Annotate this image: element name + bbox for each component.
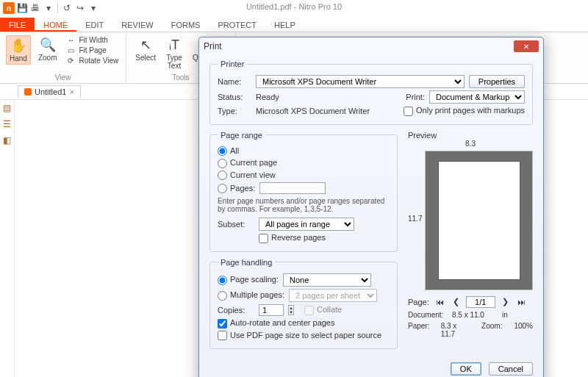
multiple-pages-radio[interactable]: Multiple pages: xyxy=(218,290,284,301)
group-view-label: View xyxy=(55,72,71,82)
spinner-icon[interactable]: ▲▼ xyxy=(288,305,294,315)
fit-page-label: Fit Page xyxy=(79,46,106,54)
properties-button[interactable]: Properties xyxy=(469,75,525,88)
zoom-value: 100% xyxy=(514,322,533,338)
qat-dropdown-icon[interactable]: ▾ xyxy=(43,2,54,14)
status-label: Status: xyxy=(218,93,251,101)
redo-icon[interactable]: ↪ xyxy=(74,2,86,14)
tab-forms[interactable]: FORMS xyxy=(162,18,209,32)
doc-size-label: Document: xyxy=(408,311,448,319)
bookmarks-panel-icon[interactable]: ☰ xyxy=(3,119,11,129)
type-text-button[interactable]: ᵢTType Text xyxy=(163,35,185,71)
tab-file[interactable]: FILE xyxy=(0,18,35,32)
group-tools-label: Tools xyxy=(172,72,189,82)
zoom-label: Zoom xyxy=(38,54,57,62)
document-icon xyxy=(24,88,32,96)
separator xyxy=(57,3,58,13)
first-page-icon[interactable]: ⏮ xyxy=(434,298,446,306)
page-scaling-radio[interactable]: Page scaling: xyxy=(218,275,279,285)
tab-review[interactable]: REVIEW xyxy=(112,18,162,32)
multiple-select: 2 pages per sheet xyxy=(289,289,377,302)
only-markups-checkbox[interactable]: Only print pages with markups xyxy=(404,106,525,116)
ok-button[interactable]: OK xyxy=(451,362,481,376)
dialog-title: Print xyxy=(204,41,222,51)
page-range-fieldset: Page range All Current page Current view… xyxy=(209,131,398,252)
pages-panel-icon[interactable]: ▤ xyxy=(3,103,11,113)
status-value: Ready xyxy=(256,93,401,101)
zoom-button[interactable]: 🔍 Zoom xyxy=(35,35,60,63)
copies-label: Copies: xyxy=(218,306,254,315)
autorotate-checkbox[interactable]: Auto-rotate and center pages xyxy=(218,318,334,328)
printer-fieldset: Printer Name: Microsoft XPS Document Wri… xyxy=(209,60,533,125)
printer-legend: Printer xyxy=(218,60,247,68)
print-label: Print: xyxy=(406,93,425,101)
tab-home[interactable]: HOME xyxy=(35,18,76,32)
scaling-select[interactable]: None xyxy=(283,273,371,287)
range-current-view-radio[interactable]: Current view xyxy=(218,170,276,181)
close-icon[interactable]: ✕ xyxy=(514,40,539,52)
zoom-icon: 🔍 xyxy=(40,37,56,53)
range-note: Enter page numbers and/or page ranges se… xyxy=(218,197,390,213)
preview-page xyxy=(439,162,520,279)
page-indicator-input[interactable] xyxy=(466,296,495,308)
printer-name-select[interactable]: Microsoft XPS Document Writer xyxy=(256,75,465,88)
rotate-view-button[interactable]: ⟳Rotate View xyxy=(64,56,120,65)
preview-legend: Preview xyxy=(408,131,533,140)
left-panel: ▤ ☰ ◧ xyxy=(0,100,15,377)
last-page-icon[interactable]: ⏭ xyxy=(515,298,528,306)
copies-input[interactable] xyxy=(259,304,284,316)
select-label: Select xyxy=(135,54,156,62)
subset-label: Subset: xyxy=(218,220,254,229)
range-legend: Page range xyxy=(218,131,265,140)
collate-checkbox: Collate xyxy=(304,305,342,315)
save-icon[interactable]: 💾 xyxy=(16,2,28,14)
dialog-titlebar[interactable]: Print ✕ xyxy=(199,37,543,55)
fit-page-icon: ▭ xyxy=(65,46,76,54)
fit-width-button[interactable]: ↔Fit Width xyxy=(64,35,120,45)
pages-input[interactable] xyxy=(259,182,326,194)
range-current-page-radio[interactable]: Current page xyxy=(218,158,277,168)
select-button[interactable]: ↖Select xyxy=(132,35,159,63)
print-preview xyxy=(425,151,533,290)
tab-help[interactable]: HELP xyxy=(265,18,304,32)
next-page-icon[interactable]: ❯ xyxy=(500,297,511,306)
subset-select[interactable]: All pages in range xyxy=(259,218,354,231)
name-label: Name: xyxy=(218,77,251,86)
page-handling-fieldset: Page handling Page scaling:None Multiple… xyxy=(209,258,398,349)
undo-icon[interactable]: ↺ xyxy=(61,2,73,14)
type-label: Type: xyxy=(218,107,251,115)
tab-protect[interactable]: PROTECT xyxy=(209,18,265,32)
doc-size-value: 8.5 x 11.0 xyxy=(452,311,484,319)
print-icon[interactable]: 🖶 xyxy=(29,2,41,14)
range-all-radio[interactable]: All xyxy=(218,146,239,157)
zoom-label: Zoom: xyxy=(481,322,502,338)
rotate-view-label: Rotate View xyxy=(79,57,118,65)
preview-height: 11.7 xyxy=(408,215,422,223)
type-value: Microsoft XPS Document Writer xyxy=(256,107,399,115)
paper-size-label: Paper: xyxy=(408,322,437,338)
document-name: Untitled1 xyxy=(35,87,66,96)
use-pdf-size-checkbox[interactable]: Use PDF page size to select paper source xyxy=(218,331,381,341)
rotate-icon: ⟳ xyxy=(65,57,76,65)
paper-size-value: 8.3 x 11.7 xyxy=(441,322,464,338)
select-icon: ↖ xyxy=(137,37,154,53)
close-document-icon[interactable]: × xyxy=(69,87,74,96)
qat-more-icon[interactable]: ▾ xyxy=(87,2,99,14)
doc-unit: in xyxy=(502,311,508,319)
print-what-select[interactable]: Document & Markups xyxy=(429,90,525,104)
document-tab[interactable]: Untitled1 × xyxy=(18,85,81,98)
hand-tool-button[interactable]: ✋ Hand xyxy=(6,35,31,65)
range-pages-radio[interactable]: Pages: xyxy=(218,184,255,194)
hand-label: Hand xyxy=(10,54,27,62)
cancel-button[interactable]: Cancel xyxy=(489,362,533,376)
fit-page-button[interactable]: ▭Fit Page xyxy=(64,46,120,55)
tab-edit[interactable]: EDIT xyxy=(76,18,112,32)
reverse-pages-checkbox[interactable]: Reverse pages xyxy=(259,233,326,243)
prev-page-icon[interactable]: ❮ xyxy=(451,297,462,306)
page-nav-label: Page: xyxy=(408,298,429,306)
attachments-panel-icon[interactable]: ◧ xyxy=(3,135,11,146)
hand-icon: ✋ xyxy=(10,37,26,54)
type-text-icon: ᵢT xyxy=(166,37,182,53)
ribbon-group-view: ✋ Hand 🔍 Zoom ↔Fit Width ▭Fit Page ⟳Rota… xyxy=(0,32,126,83)
fit-width-icon: ↔ xyxy=(65,36,76,44)
